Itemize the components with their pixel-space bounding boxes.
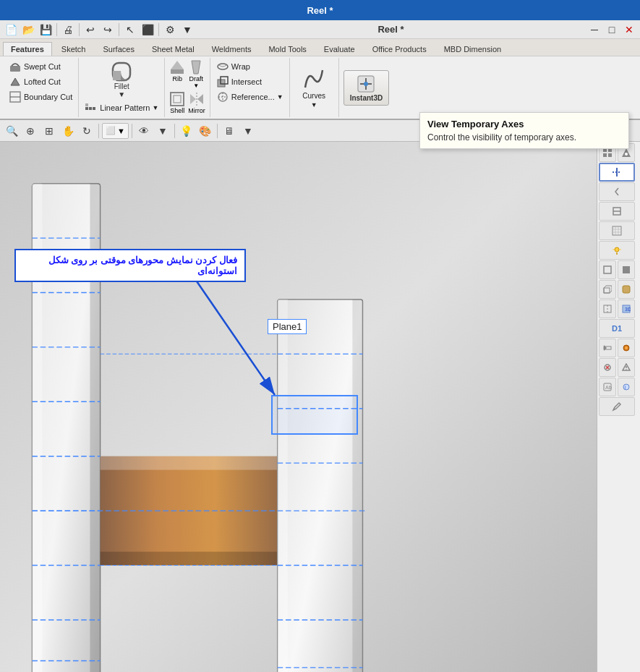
sidebar-btn-wireframe[interactable] [599, 260, 616, 279]
tab-surfaces[interactable]: Surfaces [95, 42, 142, 56]
wrap-items: Wrap Intersect Reference... ▼ [215, 59, 285, 116]
boundary-cut-button[interactable]: Boundary Cut [7, 90, 74, 104]
svg-rect-9 [85, 103, 88, 106]
display-mode-dropdown[interactable]: ⬜ ▼ [102, 123, 129, 139]
tab-evaluate[interactable]: Evaluate [316, 42, 363, 56]
save-icon[interactable]: 💾 [38, 22, 54, 38]
swept-cut-button[interactable]: Swept Cut [7, 59, 74, 74]
titlebar: Reel * [0, 0, 640, 20]
svg-rect-62 [608, 153, 612, 157]
minimize-icon[interactable]: ─ [586, 22, 602, 38]
dropdown-icon[interactable]: ▼ [179, 22, 195, 38]
tab-weldments[interactable]: Weldments [204, 42, 260, 56]
tab-moldtools[interactable]: Mold Tools [260, 42, 314, 56]
wrap-group: Wrap Intersect Reference... ▼ [210, 58, 290, 117]
zoom-fit-icon[interactable]: 🔍 [3, 122, 20, 140]
maximize-icon[interactable]: □ [604, 22, 620, 38]
sidebar-btn-obj2[interactable] [618, 358, 635, 377]
curves-dropdown[interactable]: ▼ [311, 101, 317, 109]
sidebar-btn-annot2[interactable]: i [618, 378, 635, 396]
viewport-dropdown[interactable]: ▼ [239, 122, 257, 140]
sidebar-btn-clip[interactable]: 3D [618, 299, 635, 318]
svg-marker-15 [190, 94, 196, 104]
lights-icon[interactable]: 💡 [178, 122, 195, 140]
wrap-button[interactable]: Wrap [215, 59, 285, 74]
rib-group: Rib Draft ▼ Shell Mirror [165, 58, 210, 117]
sidebar-btn-grid2[interactable] [599, 221, 635, 240]
viewport[interactable]: فعال کردن نمایش محورهای موقتی بر روی شکل… [0, 142, 597, 672]
print-icon[interactable]: 🖨 [60, 22, 76, 38]
tab-sheetmetal[interactable]: Sheet Metal [144, 42, 202, 56]
main-area: فعال کردن نمایش محورهای موقتی بر روی شکل… [0, 142, 640, 672]
sidebar-btn-measure2[interactable] [618, 339, 635, 357]
mirror-button[interactable]: Mirror [188, 91, 205, 114]
intersect-button[interactable]: Intersect [215, 75, 285, 89]
svg-rect-69 [613, 226, 621, 235]
instant3d-button[interactable]: Instant3D [344, 70, 390, 106]
hide-show-icon[interactable]: 👁 [135, 122, 153, 140]
shell-button[interactable]: Shell [169, 91, 185, 114]
sidebar-btn-obj1[interactable] [599, 358, 616, 377]
rotate-icon[interactable]: ↻ [78, 122, 95, 140]
svg-rect-0 [10, 66, 20, 72]
separator [217, 124, 218, 138]
new-icon[interactable]: 📄 [3, 22, 19, 38]
lofted-cut-button[interactable]: Lofted Cut [7, 75, 74, 89]
undo-icon[interactable]: ↩ [82, 22, 98, 38]
sidebar-btn-section[interactable] [599, 299, 616, 318]
close-icon[interactable]: ✕ [621, 22, 637, 38]
instant3d-label: Instant3D [350, 94, 383, 102]
linear-pattern-button[interactable]: Linear Pattern ▼ [83, 101, 160, 115]
draft-button[interactable]: Draft ▼ [188, 59, 204, 89]
sidebar-btn-light[interactable] [599, 241, 635, 260]
svg-rect-42 [101, 552, 291, 566]
tab-mbd[interactable]: MBD Dimension [436, 42, 509, 56]
viewport-icon[interactable]: 🖥 [221, 122, 238, 140]
options-icon[interactable]: ⚙ [162, 22, 178, 38]
tab-features[interactable]: Features [3, 42, 52, 56]
sidebar-btn-minus[interactable] [599, 202, 635, 221]
hide-show-dropdown[interactable]: ▼ [154, 122, 171, 140]
sidebar-btn-pencil[interactable] [599, 397, 635, 416]
svg-rect-79 [623, 266, 630, 273]
zoom-area-icon[interactable]: ⊞ [40, 122, 58, 140]
sidebar-btn-annot1[interactable]: Abc [599, 378, 616, 396]
sidebar-btn-d1[interactable]: D1 [599, 319, 635, 338]
rebuild-icon[interactable]: ⬛ [140, 22, 155, 38]
linear-pattern-dropdown[interactable]: ▼ [152, 104, 158, 111]
sidebar-btn-measure1[interactable] [599, 339, 616, 357]
curves-button[interactable]: Curves ▼ [294, 64, 334, 111]
tab-sketch[interactable]: Sketch [54, 42, 94, 56]
mirror-label: Mirror [188, 107, 205, 114]
pan-icon[interactable]: ✋ [59, 122, 77, 140]
draft-dropdown[interactable]: ▼ [193, 82, 199, 89]
rib-items: Rib Draft ▼ Shell Mirror [169, 59, 205, 116]
fillet-group: Fillet ▼ Linear Pattern ▼ [79, 58, 165, 117]
appearance-icon[interactable]: 🎨 [197, 122, 214, 140]
fillet-dropdown[interactable]: ▼ [118, 90, 125, 98]
sidebar-btn-render[interactable] [618, 280, 635, 299]
sidebar-btn-3d[interactable] [599, 280, 616, 299]
open-icon[interactable]: 📂 [20, 22, 36, 38]
tab-office[interactable]: Office Products [364, 42, 435, 56]
svg-marker-11 [171, 61, 184, 69]
reference-button[interactable]: Reference... ▼ [215, 90, 285, 104]
svg-point-94 [626, 369, 627, 370]
svg-rect-7 [89, 107, 92, 110]
ribbon-content: Swept Cut Lofted Cut Boundary Cut Fillet [0, 56, 640, 120]
svg-rect-46 [352, 299, 362, 672]
svg-rect-13 [171, 93, 184, 106]
rib-button[interactable]: Rib [169, 59, 185, 89]
sidebar-btn-solid[interactable] [618, 260, 635, 279]
separator [56, 23, 57, 36]
intersect-label: Intersect [231, 77, 262, 86]
select-icon[interactable]: ↖ [122, 22, 138, 38]
svg-text:Abc: Abc [605, 385, 612, 390]
reference-dropdown[interactable]: ▼ [277, 93, 283, 101]
sidebar-btn-back[interactable] [599, 182, 635, 201]
view-temporary-axes-button[interactable] [599, 163, 635, 182]
separator [132, 124, 132, 138]
zoom-in-icon[interactable]: ⊕ [22, 122, 39, 140]
fillet-large-btn[interactable]: Fillet ▼ [83, 59, 160, 100]
redo-icon[interactable]: ↪ [100, 22, 116, 38]
